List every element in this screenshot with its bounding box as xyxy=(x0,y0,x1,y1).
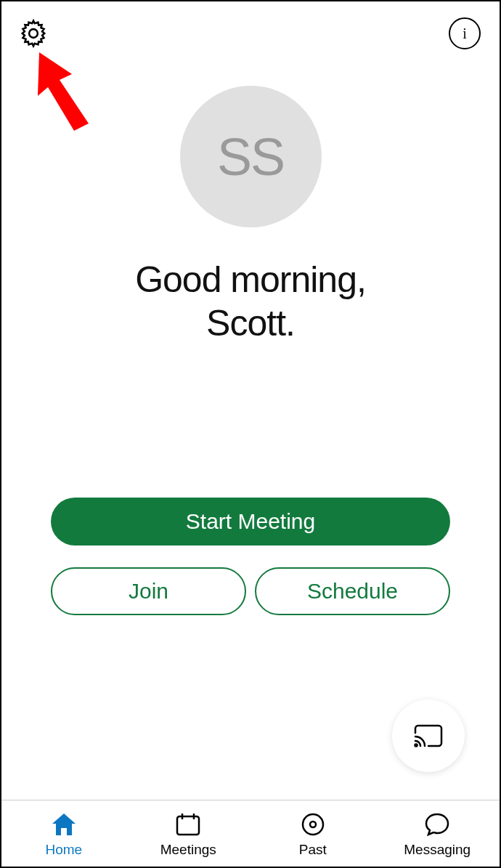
chat-icon xyxy=(423,810,451,839)
svg-point-7 xyxy=(310,822,316,827)
tab-label-meetings: Meetings xyxy=(160,842,216,858)
gear-icon xyxy=(17,17,49,49)
tab-label-past: Past xyxy=(299,842,327,858)
main-content: SS Good morning, Scott. Start Meeting Jo… xyxy=(1,49,500,800)
svg-rect-3 xyxy=(177,816,199,835)
tab-home[interactable]: Home xyxy=(1,800,126,867)
cast-icon xyxy=(413,723,444,748)
greeting-text: Good morning, Scott. xyxy=(135,258,366,345)
header: i xyxy=(1,1,500,49)
tab-messaging[interactable]: Messaging xyxy=(375,800,500,867)
join-button[interactable]: Join xyxy=(51,567,246,615)
tab-past[interactable]: Past xyxy=(250,800,375,867)
svg-point-2 xyxy=(415,745,418,747)
greeting-line-2: Scott. xyxy=(135,301,366,345)
record-icon xyxy=(300,810,326,839)
tab-bar: Home Meetings Past Messaging xyxy=(1,800,500,867)
home-icon xyxy=(49,810,78,839)
svg-point-6 xyxy=(303,814,323,835)
schedule-button[interactable]: Schedule xyxy=(255,567,450,615)
start-meeting-button[interactable]: Start Meeting xyxy=(51,498,450,545)
cast-button[interactable] xyxy=(392,699,465,772)
calendar-icon xyxy=(174,810,202,839)
info-icon: i xyxy=(463,25,467,42)
info-button[interactable]: i xyxy=(449,17,481,49)
action-buttons: Start Meeting Join Schedule xyxy=(1,498,500,615)
greeting-line-1: Good morning, xyxy=(135,258,366,301)
svg-point-0 xyxy=(29,29,38,38)
tab-label-home: Home xyxy=(45,842,82,858)
avatar-initials: SS xyxy=(217,127,284,187)
avatar[interactable]: SS xyxy=(180,86,322,227)
tab-meetings[interactable]: Meetings xyxy=(126,800,251,867)
tab-label-messaging: Messaging xyxy=(404,842,471,858)
settings-button[interactable] xyxy=(17,17,49,49)
